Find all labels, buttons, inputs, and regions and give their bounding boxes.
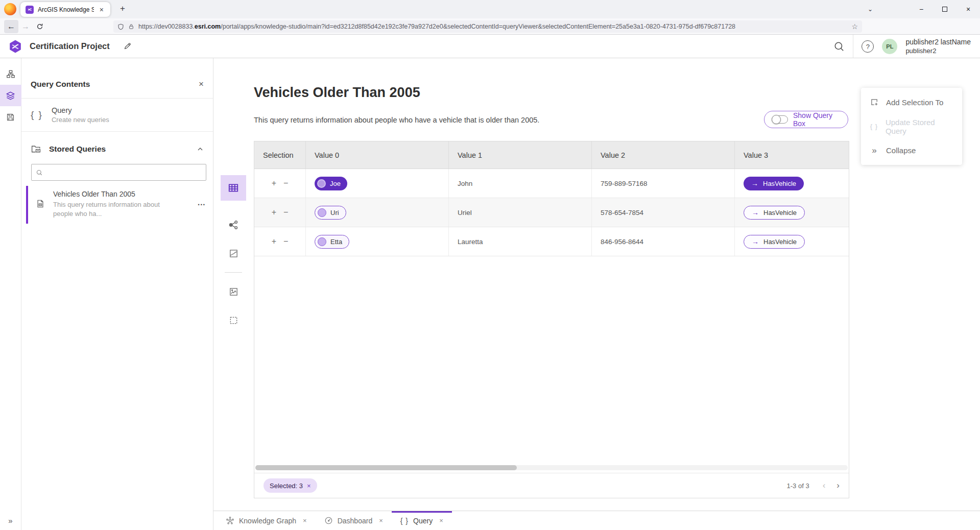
new-tab-button[interactable]: +: [116, 4, 129, 15]
entity-pill[interactable]: Etta: [315, 235, 349, 249]
left-rail: »: [0, 58, 21, 530]
url-text: https://dev0028833.esri.com/portal/apps/…: [138, 23, 847, 30]
add-to-selection-button[interactable]: +: [272, 237, 276, 246]
stored-query-description: This query returns information about peo…: [53, 200, 168, 219]
entity-pill[interactable]: Uri: [315, 206, 346, 220]
relationship-arrow-icon: →: [752, 208, 759, 216]
add-selection-icon: [869, 98, 879, 107]
horizontal-scrollbar[interactable]: [255, 465, 848, 470]
image-view-icon[interactable]: [221, 279, 246, 304]
reload-button[interactable]: [33, 20, 47, 33]
toolbar-divider: [225, 272, 242, 273]
table-row: + − Uri Uriel 578-654-7854 →HasVehicle: [254, 198, 849, 227]
stored-queries-search[interactable]: [31, 164, 206, 181]
arcgis-favicon-icon: [26, 6, 34, 14]
stored-queries-title: Stored Queries: [49, 144, 189, 154]
browser-tab[interactable]: ArcGIS Knowledge Studio ×: [20, 2, 110, 17]
bottom-tab-bar: Knowledge Graph × Dashboard × { } Query …: [213, 511, 980, 530]
tab-close-icon[interactable]: ×: [439, 517, 443, 524]
relationship-pill[interactable]: →HasVehicle: [744, 206, 805, 220]
page-title: Vehicles Older Than 2005: [254, 85, 420, 101]
stored-queries-header[interactable]: Stored Queries: [21, 132, 213, 161]
query-contents-panel: Query Contents × { } Query Create new qu…: [21, 58, 213, 530]
window-close-button[interactable]: ×: [957, 0, 980, 18]
header-divider: [853, 35, 853, 58]
browser-tab-title: ArcGIS Knowledge Studio: [38, 6, 94, 13]
column-header-selection: Selection: [254, 141, 306, 168]
window-controls: − ×: [910, 0, 980, 18]
tab-knowledge-graph[interactable]: Knowledge Graph ×: [217, 511, 316, 530]
tracking-protection-shield-icon[interactable]: [117, 23, 124, 30]
cell-value2: 578-654-7854: [592, 198, 735, 227]
panel-close-icon[interactable]: ×: [199, 79, 204, 89]
select-area-icon[interactable]: [221, 307, 246, 333]
expand-rail-icon[interactable]: »: [8, 516, 12, 525]
toggle-switch: [772, 115, 788, 124]
url-bar[interactable]: https://dev0028833.esri.com/portal/apps/…: [113, 20, 862, 33]
window-maximize-button[interactable]: [933, 0, 957, 18]
map-view-icon[interactable]: [221, 240, 246, 266]
stored-query-title: Vehicles Older Than 2005: [53, 190, 168, 198]
browser-toolbar: ← → https://dev0028833.esri.com/portal/a…: [0, 18, 980, 35]
project-title: Certification Project: [30, 41, 110, 51]
table-header-row: Selection Value 0 Value 1 Value 2 Value …: [254, 141, 849, 169]
sidebar-item-contents-icon[interactable]: [0, 85, 21, 106]
actions-menu: Add Selection To { } Update Stored Query…: [861, 88, 962, 165]
braces-icon: { }: [400, 517, 409, 525]
stored-queries-folder-icon: [31, 143, 41, 154]
cell-value1: Uriel: [449, 198, 592, 227]
edit-title-pencil-icon[interactable]: [123, 42, 132, 51]
remove-from-selection-button[interactable]: −: [283, 237, 288, 246]
add-to-selection-button[interactable]: +: [272, 208, 276, 216]
next-page-icon[interactable]: ›: [836, 480, 840, 491]
maximize-icon: [942, 7, 947, 12]
clear-selection-icon[interactable]: ×: [307, 482, 311, 490]
tab-dashboard[interactable]: Dashboard ×: [316, 511, 392, 530]
back-button[interactable]: ←: [4, 20, 18, 33]
menu-item-add-selection-to[interactable]: Add Selection To: [861, 90, 962, 114]
table-footer: Selected: 3 × 1-3 of 3 ‹ ›: [254, 473, 849, 498]
item-options-ellipsis-icon[interactable]: •••: [198, 202, 206, 207]
relationship-pill[interactable]: →HasVehicle: [744, 177, 804, 190]
tab-query[interactable]: { } Query ×: [392, 511, 452, 530]
help-icon[interactable]: ?: [862, 40, 874, 53]
link-chart-view-icon[interactable]: [221, 212, 246, 237]
query-results-table: Selection Value 0 Value 1 Value 2 Value …: [254, 141, 849, 498]
user-menu[interactable]: publisher2 lastName publisher2: [905, 38, 971, 55]
query-item-subtitle: Create new queries: [52, 116, 109, 124]
menu-item-collapse[interactable]: » Collapse: [861, 138, 962, 162]
tab-close-icon[interactable]: ×: [98, 6, 105, 14]
braces-icon: { }: [31, 109, 43, 121]
firefox-icon[interactable]: [4, 3, 16, 15]
user-org: publisher2: [905, 47, 971, 55]
search-input[interactable]: [46, 168, 202, 176]
cell-value2: 759-889-57168: [592, 169, 735, 198]
relationship-arrow-icon: →: [751, 179, 758, 187]
scrollbar-thumb[interactable]: [255, 465, 517, 470]
bookmark-star-icon[interactable]: ☆: [851, 22, 858, 31]
stored-query-item[interactable]: Vehicles Older Than 2005 This query retu…: [21, 186, 213, 224]
user-avatar[interactable]: PL: [882, 39, 897, 54]
sidebar-item-model-icon[interactable]: [0, 63, 21, 85]
relationship-pill[interactable]: →HasVehicle: [744, 235, 805, 249]
knowledge-graph-icon: [226, 516, 234, 525]
previous-page-icon[interactable]: ‹: [823, 480, 826, 491]
sidebar-item-save-icon[interactable]: [0, 106, 21, 128]
search-icon[interactable]: [833, 41, 845, 52]
tab-close-icon[interactable]: ×: [379, 517, 383, 524]
table-view-icon[interactable]: [221, 175, 246, 201]
entity-pill[interactable]: Joe: [315, 177, 347, 190]
new-query-item[interactable]: { } Query Create new queries: [21, 99, 213, 132]
forward-button[interactable]: →: [18, 20, 33, 33]
lock-icon[interactable]: [128, 23, 134, 30]
window-minimize-button[interactable]: −: [910, 0, 933, 18]
relationship-arrow-icon: →: [752, 237, 759, 246]
show-query-box-toggle[interactable]: Show Query Box: [764, 111, 848, 128]
remove-from-selection-button[interactable]: −: [283, 179, 288, 187]
app-header: Certification Project ? PL publisher2 la…: [0, 35, 980, 58]
tab-close-icon[interactable]: ×: [303, 517, 307, 524]
add-to-selection-button[interactable]: +: [272, 179, 276, 187]
remove-from-selection-button[interactable]: −: [283, 208, 288, 216]
collapse-section-chevron-icon[interactable]: [197, 146, 204, 153]
list-tabs-icon[interactable]: ⌄: [863, 0, 878, 18]
